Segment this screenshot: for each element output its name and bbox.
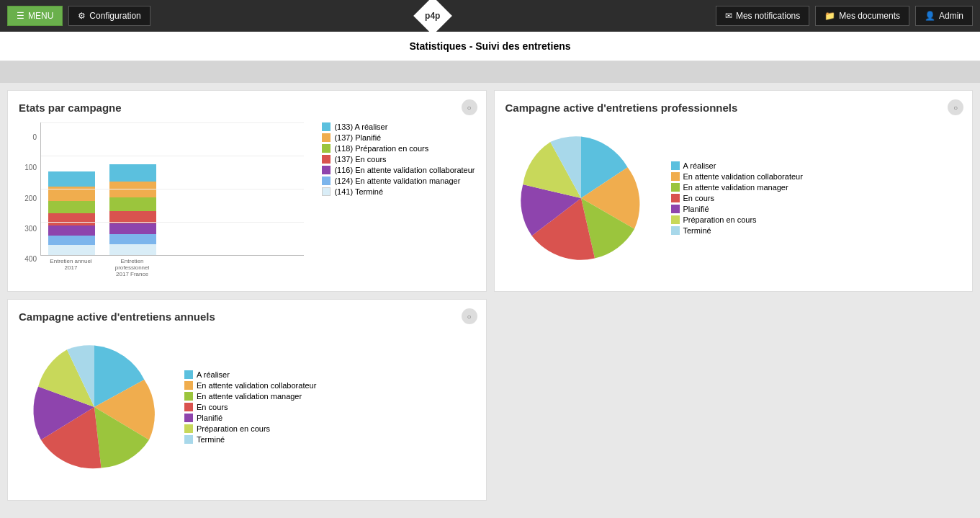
legend-color-attente-col (322, 166, 331, 174)
annuel-legend-termine: Terminé (184, 435, 316, 444)
pro-legend-color-attente-col (671, 172, 680, 181)
pro-legend-label-prep: Préparation en cours (683, 215, 757, 224)
bar-group-1 (48, 133, 95, 255)
config-icon (78, 11, 86, 21)
pie-pro-legend: A réaliser En attente validation collabo… (671, 161, 803, 235)
menu-button[interactable]: MENU (7, 6, 63, 26)
pro-legend-color-prep (671, 215, 680, 224)
legend-label-attente-mgr: (124) En attente validation manager (334, 177, 460, 185)
annuel-legend-color-realiser (184, 370, 193, 379)
x-axis: Entretien annuel 2017 Entretien professi… (40, 258, 304, 277)
pro-legend-attente-col: En attente validation collaborateur (671, 172, 803, 181)
pro-legend-planifie: Planifié (671, 205, 803, 213)
legend-label-prep: (118) Préparation en cours (334, 144, 428, 153)
legend-item-prep: (118) Préparation en cours (322, 144, 475, 153)
pro-legend-color-planifie (671, 205, 680, 213)
annuel-legend-label-prep: Préparation en cours (197, 424, 270, 433)
header-left: MENU Configuration (7, 6, 150, 26)
menu-label: MENU (28, 11, 53, 21)
pro-legend-termine: Terminé (671, 226, 803, 235)
pie-pro-title: Campagne active d'entretiens professionn… (505, 102, 962, 114)
pro-legend-label-planifie: Planifié (683, 205, 709, 213)
admin-label: Admin (939, 11, 963, 21)
annuel-legend-label-attente-mgr: En attente validation manager (197, 392, 302, 401)
grid-line-100 (41, 222, 304, 223)
documents-icon (824, 11, 835, 21)
notifications-button[interactable]: Mes notifications (716, 6, 809, 26)
bar-chart-card: Etats par campagne ○ 400 300 200 100 0 (7, 90, 487, 292)
legend-color-attente-mgr (322, 177, 331, 185)
annuel-legend-label-cours: En cours (197, 403, 228, 411)
bar-stack-2 (109, 133, 156, 255)
annuel-legend-color-planifie (184, 414, 193, 422)
bar-segment-planifie-2 (109, 182, 156, 197)
documents-label: Mes documents (839, 11, 900, 21)
title-bar: Statistiques - Suivi des entretiens (0, 32, 980, 61)
legend-label-attente-col: (116) En attente validation collaborateu… (334, 166, 475, 174)
grid-line-400 (41, 122, 304, 123)
bar-segment-realiser-1 (48, 171, 95, 186)
pie-annuel-title: Campagne active d'entretiens annuels (19, 311, 475, 323)
y-axis: 400 300 200 100 0 (19, 133, 40, 277)
config-button[interactable]: Configuration (68, 6, 150, 26)
pro-legend-color-termine (671, 226, 680, 235)
annuel-legend-color-attente-col (184, 381, 193, 390)
pro-legend-label-attente-mgr: En attente validation manager (683, 183, 788, 192)
notifications-label: Mes notifications (736, 11, 800, 21)
legend-color-cours (322, 155, 331, 164)
annuel-legend-color-termine (184, 435, 193, 444)
legend-item-attente-mgr: (124) En attente validation manager (322, 177, 475, 185)
pro-legend-color-realiser (671, 161, 680, 170)
bar-chart-title: Etats par campagne (19, 102, 475, 114)
pro-legend-prep: Préparation en cours (671, 215, 803, 224)
legend-color-termine (322, 187, 331, 196)
menu-icon (17, 11, 24, 21)
annuel-legend-color-prep (184, 424, 193, 433)
annuel-legend-attente-mgr: En attente validation manager (184, 392, 316, 401)
annuel-legend-label-termine: Terminé (197, 435, 225, 444)
legend-color-realiser (322, 122, 331, 131)
admin-button[interactable]: Admin (915, 6, 973, 26)
pie-annuel-container: A réaliser En attente validation collabo… (19, 331, 475, 483)
bar-label-1: Entretien annuel 2017 (48, 258, 94, 277)
bar-segment-realiser-2 (109, 164, 156, 182)
pie-annuel-icon[interactable]: ○ (462, 308, 477, 324)
annuel-legend-color-attente-mgr (184, 392, 193, 401)
bar-label-2: Entretien professionnel 2017 France (109, 258, 156, 277)
bar-chart-icon[interactable]: ○ (462, 99, 477, 115)
bar-chart-content: 400 300 200 100 0 (19, 122, 475, 277)
legend-item-cours: (137) En cours (322, 155, 475, 164)
pie-annuel-legend: A réaliser En attente validation collabo… (184, 370, 316, 444)
pie-pro-card: Campagne active d'entretiens professionn… (494, 90, 974, 292)
bar-segment-prep-1 (48, 201, 95, 213)
pro-legend-attente-mgr: En attente validation manager (671, 183, 803, 192)
annuel-legend-cours: En cours (184, 403, 316, 411)
bar-chart-legend: (133) A réaliser (137) Planifié (118) Pr… (322, 122, 475, 196)
legend-color-planifie (322, 133, 331, 142)
pro-legend-label-realiser: A réaliser (683, 161, 716, 170)
main-content: Etats par campagne ○ 400 300 200 100 0 (0, 83, 980, 508)
annuel-legend-color-cours (184, 403, 193, 411)
bar-segment-attente-mgr-2 (109, 234, 156, 244)
sub-bar (0, 61, 980, 83)
bars-area (40, 122, 304, 256)
legend-item-planifie: (137) Planifié (322, 133, 475, 142)
notifications-icon (725, 11, 732, 21)
legend-label-planifie: (137) Planifié (334, 133, 381, 142)
annuel-legend-planifie: Planifié (184, 414, 316, 422)
pro-legend-color-cours (671, 194, 680, 202)
pie-annuel-card: Campagne active d'entretiens annuels ○ (7, 299, 487, 501)
pro-legend-label-attente-col: En attente validation collaborateur (683, 172, 803, 181)
bar-segment-termine-2 (109, 244, 156, 255)
header-center: p4p (156, 2, 710, 30)
legend-item-termine: (141) Terminé (322, 187, 475, 196)
bar-stack-1 (48, 133, 95, 255)
pro-legend-label-cours: En cours (683, 194, 714, 202)
documents-button[interactable]: Mes documents (815, 6, 909, 26)
bar-segment-termine-1 (48, 245, 95, 255)
header-right: Mes notifications Mes documents Admin (716, 6, 973, 26)
bar-segment-attente-col-1 (48, 225, 95, 236)
pie-pro-container: A réaliser En attente validation collabo… (505, 122, 962, 274)
pie-pro-icon[interactable]: ○ (948, 99, 963, 115)
annuel-legend-label-attente-col: En attente validation collaborateur (197, 381, 316, 390)
